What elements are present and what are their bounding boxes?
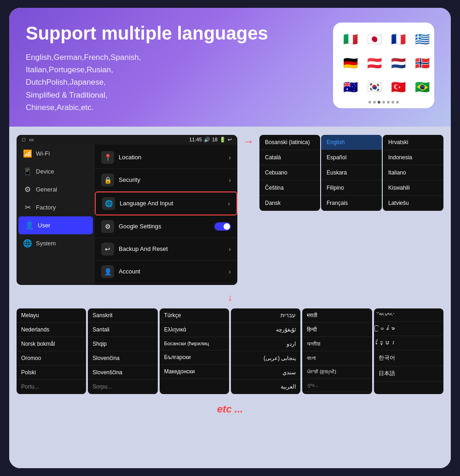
- flags-grid: 🇮🇹 🇯🇵 🇫🇷 🇬🇷 🇩🇪 🇦🇹 🇳🇱 🇳🇴 🇦🇺 🇰🇷 🇹🇷 🇧🇷: [340, 29, 427, 97]
- sidebar-item-general[interactable]: ⚙ General: [17, 180, 95, 198]
- main-container: Support multiple languages English,Germa…: [9, 8, 451, 468]
- lang-item[interactable]: Filipino: [321, 180, 382, 196]
- account-label: Account: [119, 268, 140, 275]
- lang-item[interactable]: Santali: [88, 323, 157, 337]
- lang-item[interactable]: Türkçe: [160, 308, 229, 323]
- lang-item[interactable]: ગુજ...: [302, 379, 372, 392]
- lang-item[interactable]: Hrvatski: [383, 135, 443, 150]
- lang-panel-col1: Bosanski (latinica) Català Cebuano Češti…: [259, 135, 320, 211]
- lang-item[interactable]: Polski: [17, 366, 86, 380]
- top-section: Support multiple languages English,Germa…: [9, 8, 451, 127]
- lang-item[interactable]: Català: [259, 150, 320, 165]
- lang-item[interactable]: Cebuano: [259, 165, 320, 180]
- dot-7: [396, 101, 399, 104]
- sidebar-item-wifi[interactable]: 📶 Wi-Fi: [17, 145, 95, 163]
- lang-item[interactable]: Български: [160, 350, 229, 365]
- lang-item[interactable]: Čeština: [259, 180, 320, 196]
- lang-item[interactable]: मराठी: [302, 308, 372, 323]
- lang-item[interactable]: עברית: [231, 308, 300, 323]
- lang-item[interactable]: پنجابی (عربی): [231, 351, 300, 366]
- lang-item[interactable]: Bosanski (latinica): [259, 135, 320, 150]
- lang-item[interactable]: Norsk bokmål: [17, 337, 86, 351]
- lang-item[interactable]: हिन्दी: [302, 323, 372, 337]
- settings-item-backup-left: ↩ Backup And Reset: [101, 243, 168, 255]
- sidebar-general-label: General: [36, 186, 57, 193]
- flag-brazil: 🇧🇷: [412, 77, 432, 97]
- backup-label: Backup And Reset: [119, 245, 168, 252]
- lang-item-english[interactable]: English: [321, 135, 382, 150]
- sidebar-user-label: User: [38, 222, 50, 229]
- sidebar-item-device[interactable]: 📱 Device: [17, 163, 95, 180]
- settings-item-google[interactable]: ⚙ Google Settings: [95, 215, 237, 238]
- lang-item[interactable]: ខ្មែរ: [374, 336, 443, 350]
- bottom-lang-panel-2: Sanskrit Santali Shqip Slovenčina Sloven…: [88, 308, 157, 394]
- user-icon: 👤: [25, 221, 34, 230]
- lang-item[interactable]: Dansk: [259, 196, 320, 211]
- lang-item[interactable]: Español: [321, 150, 382, 165]
- settings-item-backup[interactable]: ↩ Backup And Reset ›: [95, 238, 237, 261]
- security-label: Security: [119, 176, 140, 183]
- sidebar-item-factory[interactable]: ✂ Factory: [17, 198, 95, 216]
- settings-screen: □ ▭ 11:45 🔊 18 🔋 ↩ 📶: [17, 135, 237, 285]
- lang-item[interactable]: བོད་སྐད་: [374, 308, 443, 322]
- back-icon[interactable]: ↩: [228, 137, 232, 143]
- home-icon: □: [22, 137, 25, 142]
- account-icon: 👤: [101, 265, 114, 278]
- sidebar-factory-label: Factory: [36, 204, 56, 211]
- language-icon: 🌐: [102, 197, 115, 210]
- lang-item[interactable]: Portu...: [17, 380, 86, 394]
- settings-item-location[interactable]: 📍 Location ›: [95, 146, 237, 169]
- lang-item[interactable]: Kiswahili: [383, 180, 443, 196]
- lang-item[interactable]: Melayu: [17, 308, 86, 323]
- settings-item-language-left: 🌐 Language And Input: [102, 197, 173, 210]
- flags-pagination: [340, 101, 427, 104]
- lang-item[interactable]: Latviešu: [383, 196, 443, 211]
- lang-item[interactable]: Sorpu...: [88, 380, 157, 394]
- lang-item[interactable]: Français: [321, 196, 382, 211]
- flag-japan: 🇯🇵: [364, 29, 385, 49]
- lang-item[interactable]: Italiano: [383, 165, 443, 180]
- menu-icon: ▭: [29, 137, 34, 143]
- lang-item[interactable]: Ελληνικά: [160, 323, 229, 337]
- lang-item[interactable]: Indonesia: [383, 150, 443, 165]
- lang-item[interactable]: Oromoo: [17, 351, 86, 366]
- dot-6: [391, 101, 394, 104]
- lang-item[interactable]: Македонски: [160, 365, 229, 379]
- lang-item[interactable]: 한국어: [374, 350, 443, 366]
- lang-item[interactable]: Босански (ћирилиц: [160, 337, 229, 350]
- flag-france: 🇫🇷: [388, 29, 408, 49]
- lang-item[interactable]: Euskara: [321, 165, 382, 180]
- settings-item-security[interactable]: 🔒 Security ›: [95, 169, 237, 192]
- sidebar-item-system[interactable]: 🌐 System: [17, 234, 95, 252]
- factory-icon: ✂: [23, 203, 32, 212]
- lang-item[interactable]: Slovenščina: [88, 366, 157, 380]
- sidebar-device-label: Device: [36, 168, 54, 175]
- lang-item[interactable]: မြန်မာ: [374, 322, 443, 336]
- device-icon: 📱: [23, 167, 32, 176]
- lang-item[interactable]: ਪੰਜਾਬੀ (ਗੁਰਮੁਖੀ): [302, 366, 372, 379]
- etc-label: etc ...: [17, 400, 443, 417]
- google-toggle[interactable]: [214, 222, 231, 231]
- lang-item[interactable]: ئۇيغۇرچە: [231, 323, 300, 337]
- settings-item-language[interactable]: 🌐 Language And Input ›: [95, 192, 237, 215]
- security-chevron: ›: [229, 176, 231, 184]
- lang-item[interactable]: Sanskrit: [88, 308, 157, 323]
- lang-item[interactable]: বাংলা: [302, 351, 372, 366]
- sidebar-item-user[interactable]: 👤 User: [18, 216, 93, 234]
- account-chevron: ›: [229, 268, 231, 275]
- lang-item[interactable]: Nederlands: [17, 323, 86, 337]
- lang-item[interactable]: Slovenčina: [88, 351, 157, 366]
- battery-display: 18: [212, 137, 218, 142]
- settings-item-account-left: 👤 Account: [101, 265, 140, 278]
- lang-item[interactable]: 日本語: [374, 366, 443, 382]
- lang-item[interactable]: العربية: [231, 380, 300, 394]
- wifi-icon: 📶: [23, 149, 32, 158]
- lang-item[interactable]: অসমীয়া: [302, 337, 372, 351]
- lang-item[interactable]: سندي: [231, 366, 300, 380]
- arrow-container: →: [239, 135, 258, 148]
- settings-item-account[interactable]: 👤 Account ›: [95, 261, 237, 283]
- lang-item[interactable]: اردو: [231, 337, 300, 351]
- dot-2: [373, 101, 376, 104]
- lang-item[interactable]: Shqip: [88, 337, 157, 351]
- lang-panel-col2: English Español Euskara Filipino Françai…: [321, 135, 382, 211]
